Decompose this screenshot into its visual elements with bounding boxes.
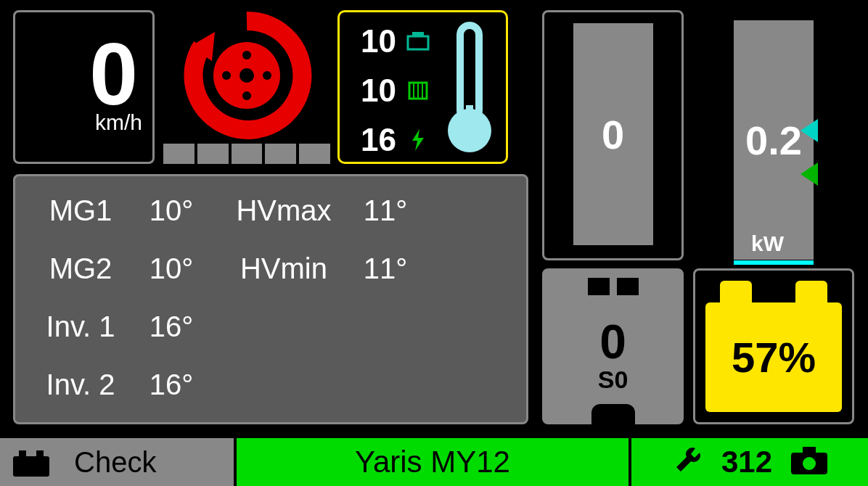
svg-point-5 — [222, 71, 231, 80]
brake-disc-icon — [163, 10, 330, 141]
hvmin-value: 11° — [349, 252, 422, 285]
hvmax-label: HVmax — [218, 194, 349, 227]
battery-temp-value: 10 — [353, 73, 396, 109]
brake-panel[interactable] — [163, 10, 330, 164]
inv2-label: Inv. 2 — [37, 368, 124, 401]
wrench-icon — [671, 444, 704, 480]
svg-rect-7 — [408, 36, 428, 49]
check-button[interactable]: Check — [0, 438, 234, 486]
inv1-label: Inv. 1 — [37, 310, 124, 343]
stat-value: 312 — [721, 445, 772, 479]
svg-point-4 — [242, 91, 251, 100]
engine-status-panel[interactable]: 0 S0 — [542, 268, 684, 424]
svg-point-22 — [803, 457, 816, 470]
battery-cell-icon — [404, 76, 433, 105]
camera-icon[interactable] — [790, 445, 829, 479]
kw-unit-label: kW — [751, 231, 784, 256]
tools-button[interactable]: 312 — [631, 438, 868, 486]
battery-small-icon — [10, 448, 52, 477]
engine-icon — [404, 27, 433, 56]
brake-level-bar — [163, 144, 330, 164]
bolt-icon — [404, 125, 433, 155]
power-gauge-right[interactable]: 0.2 kW — [693, 10, 854, 260]
mg2-value: 10° — [124, 252, 218, 285]
inverter-temp-value: 16 — [353, 122, 396, 158]
battery-terminal-icon — [795, 281, 827, 302]
svg-rect-21 — [803, 447, 816, 454]
temperatures-table[interactable]: MG1 10° HVmax 11° MG2 10° HVmin 11° Inv.… — [13, 174, 528, 424]
engine-rpm-value: 0 — [599, 318, 626, 366]
power-gauge-left[interactable]: 0 — [542, 10, 684, 260]
speed-panel[interactable]: 0 km/h — [13, 10, 155, 164]
thermometer-icon — [433, 12, 506, 162]
vehicle-model-label: Yaris MY12 — [355, 445, 510, 479]
mg2-label: MG2 — [37, 252, 124, 285]
svg-rect-19 — [36, 450, 44, 456]
mg1-value: 10° — [124, 194, 218, 227]
svg-point-3 — [242, 51, 251, 59]
temperature-panel[interactable]: 10 10 16 — [337, 10, 508, 164]
power-gauge-right-value: 0.2 — [745, 117, 802, 164]
speed-value: 0 — [15, 12, 152, 118]
check-label: Check — [74, 446, 156, 479]
vehicle-model-button[interactable]: Yaris MY12 — [237, 438, 629, 486]
hvmax-value: 11° — [349, 194, 422, 227]
marker-teal-icon — [801, 119, 818, 142]
battery-soc-panel[interactable]: 57% — [693, 268, 854, 424]
hvmin-label: HVmin — [218, 252, 349, 285]
inv2-value: 16° — [124, 368, 218, 401]
battery-terminal-icon — [720, 281, 752, 302]
engine-block-icon — [544, 271, 681, 307]
svg-marker-13 — [412, 129, 424, 151]
svg-rect-17 — [13, 456, 49, 477]
engine-state-label: S0 — [598, 366, 629, 394]
svg-point-6 — [263, 71, 271, 80]
svg-rect-8 — [412, 32, 424, 36]
power-gauge-left-value: 0 — [602, 111, 624, 158]
marker-green-icon — [801, 162, 818, 186]
speed-unit: km/h — [15, 110, 152, 135]
svg-rect-18 — [19, 450, 26, 456]
inv1-value: 16° — [124, 310, 218, 343]
battery-soc-value: 57% — [732, 333, 816, 382]
svg-point-2 — [239, 68, 254, 83]
gauge-baseline — [734, 260, 814, 265]
mg1-label: MG1 — [37, 194, 124, 227]
engine-temp-value: 10 — [353, 23, 396, 59]
svg-rect-16 — [466, 105, 473, 127]
bottom-bar: Check Yaris MY12 312 — [0, 438, 868, 486]
